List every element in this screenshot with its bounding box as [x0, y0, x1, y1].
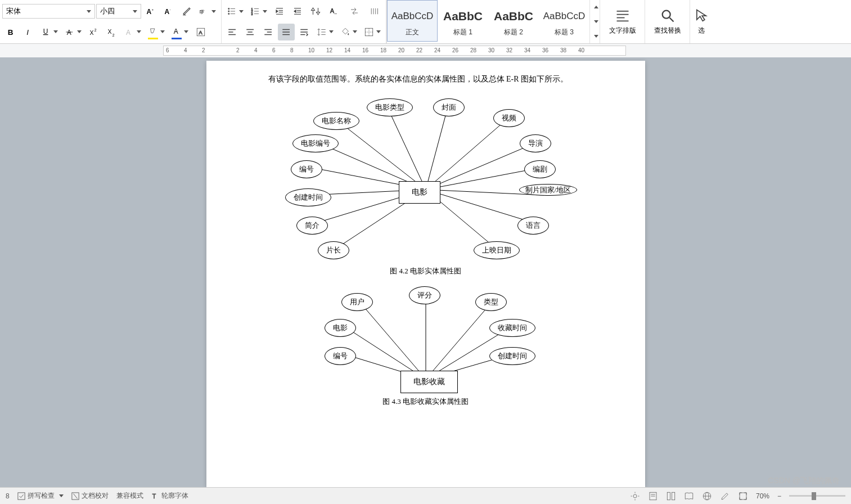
style-heading2[interactable]: AaBbC 标题 2: [488, 0, 539, 42]
gallery-down-button[interactable]: [590, 16, 600, 26]
convert-button[interactable]: [343, 3, 366, 20]
font-status[interactable]: T 轮廓字体: [151, 491, 188, 501]
align-right-button[interactable]: [260, 24, 277, 40]
svg-line-81: [426, 190, 535, 223]
svg-point-23: [228, 14, 229, 15]
tab-stops-button[interactable]: [367, 3, 384, 20]
phonetic-guide-button[interactable]: 啰: [196, 3, 219, 20]
compat-label: 兼容模式: [116, 491, 143, 501]
chevron-down-icon: [211, 10, 216, 13]
align-justify-button[interactable]: [278, 24, 295, 40]
shading-button[interactable]: [337, 24, 360, 40]
underline-button[interactable]: U: [38, 24, 61, 40]
svg-rect-107: [667, 492, 670, 500]
zoom-thumb[interactable]: [812, 492, 816, 500]
svg-text:A: A: [147, 8, 152, 16]
doc-check-label: 文档校对: [82, 491, 109, 501]
find-replace-button[interactable]: 查找替换: [645, 0, 690, 43]
font-status-label: 轮廓字体: [161, 491, 188, 501]
svg-point-19: [228, 8, 229, 10]
attr-oval: 电影编号: [292, 134, 339, 152]
diagram2-caption: 图 4.3 电影收藏实体属性图: [268, 397, 583, 407]
text-layout-button[interactable]: 文字排版: [600, 0, 645, 43]
svg-point-72: [662, 11, 670, 19]
font-name-select[interactable]: 宋体: [2, 4, 95, 19]
zoom-fit-button[interactable]: [738, 491, 748, 501]
zoom-out-button[interactable]: −: [777, 492, 781, 500]
clear-format-button[interactable]: [178, 3, 195, 20]
align-distribute-button[interactable]: [296, 24, 313, 40]
status-bar: 8 拼写检查 文档校对 兼容模式 T 轮廓字体 70% −: [0, 487, 851, 504]
svg-rect-108: [672, 492, 674, 500]
chevron-down-icon: [376, 30, 381, 33]
align-center-button[interactable]: [242, 24, 259, 40]
increase-font-button[interactable]: A+: [142, 3, 159, 20]
doc-check-button[interactable]: 文档校对: [71, 491, 109, 501]
zoom-text: 70%: [756, 492, 769, 500]
edit-icon[interactable]: [720, 491, 730, 501]
chevron-down-icon: [160, 30, 165, 33]
italic-button[interactable]: I: [20, 24, 37, 40]
decrease-font-button[interactable]: A-: [160, 3, 177, 20]
page-info[interactable]: 8: [6, 492, 10, 500]
style-label: 标题 1: [453, 28, 472, 37]
svg-line-77: [426, 116, 510, 190]
style-label: 标题 3: [555, 28, 574, 37]
view-read-button[interactable]: [684, 491, 694, 501]
attr-oval: 封面: [433, 98, 465, 116]
view-web-button[interactable]: [702, 491, 712, 501]
brightness-icon[interactable]: [630, 491, 640, 501]
text-direction-button[interactable]: A: [325, 3, 342, 20]
decrease-indent-button[interactable]: [271, 3, 288, 20]
char-border-button[interactable]: A: [192, 24, 209, 40]
highlight-button[interactable]: [145, 24, 168, 40]
layout-label: 文字排版: [609, 26, 636, 35]
zoom-value[interactable]: 70%: [756, 492, 769, 500]
document-area[interactable]: 有该字段的取值范围等。系统的各实体信息的实体属性图，以及总体 E-R 图如下所示…: [0, 57, 851, 487]
svg-line-97: [73, 493, 77, 498]
strikethrough-button[interactable]: A: [62, 24, 84, 40]
spell-check-toggle[interactable]: 拼写检查: [17, 491, 64, 501]
horizontal-ruler[interactable]: 642246810121416182022242628303234363840: [0, 44, 851, 57]
style-heading3[interactable]: AaBbCcD 标题 3: [539, 0, 589, 42]
text-effects-button[interactable]: A: [121, 24, 144, 40]
sort-button[interactable]: [307, 3, 324, 20]
increase-indent-button[interactable]: [289, 3, 306, 20]
view-page-button[interactable]: [648, 491, 658, 501]
compat-mode[interactable]: 兼容模式: [116, 491, 143, 501]
view-outline-button[interactable]: [666, 491, 676, 501]
bold-button[interactable]: B: [2, 24, 19, 40]
gallery-up-button[interactable]: [590, 2, 600, 12]
find-label: 查找替换: [654, 26, 681, 35]
select-button[interactable]: 选: [690, 0, 713, 43]
font-color-button[interactable]: A: [169, 24, 191, 40]
zoom-slider[interactable]: [789, 495, 845, 497]
document-page: 有该字段的取值范围等。系统的各实体信息的实体属性图，以及总体 E-R 图如下所示…: [206, 61, 645, 487]
svg-text:I: I: [26, 28, 29, 36]
attr-oval: 片长: [318, 241, 349, 259]
subscript-button[interactable]: X2: [103, 24, 120, 40]
superscript-button[interactable]: X2: [85, 24, 102, 40]
attr-oval: 电影名称: [313, 112, 359, 130]
borders-button[interactable]: [361, 24, 384, 40]
numbering-button[interactable]: 123: [247, 3, 270, 20]
style-heading1[interactable]: AaBbC 标题 1: [438, 0, 488, 42]
gallery-expand-button[interactable]: [590, 31, 600, 41]
attr-oval: 电影: [325, 319, 356, 337]
svg-text:A: A: [330, 7, 334, 14]
font-size-select[interactable]: 小四: [96, 4, 141, 19]
svg-text:A: A: [67, 28, 71, 36]
attr-oval: 收藏时间: [489, 319, 535, 337]
svg-text:X: X: [108, 28, 112, 35]
attr-oval: 编剧: [524, 160, 556, 178]
align-left-button[interactable]: [224, 24, 241, 40]
style-normal[interactable]: AaBbCcD 正文: [387, 0, 438, 42]
line-spacing-button[interactable]: [314, 24, 336, 40]
chevron-down-icon: [239, 10, 244, 13]
spell-check-label: 拼写检查: [28, 491, 55, 501]
chevron-down-icon: [137, 30, 141, 33]
chevron-down-icon: [53, 30, 58, 33]
bullets-button[interactable]: [224, 3, 246, 20]
attr-oval: 创建时间: [285, 188, 331, 206]
svg-text:U: U: [43, 28, 48, 35]
